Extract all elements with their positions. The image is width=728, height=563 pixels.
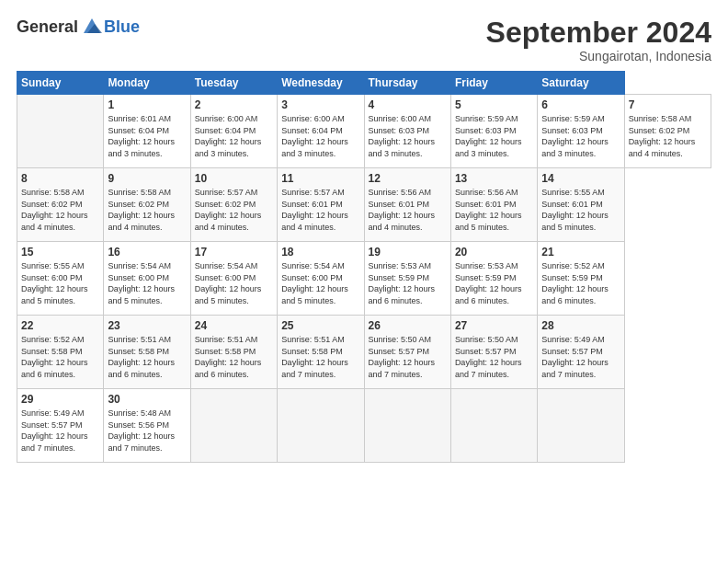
day-info: Sunrise: 5:52 AM Sunset: 5:58 PM Dayligh…: [21, 334, 99, 380]
calendar-cell: [364, 389, 450, 463]
day-number: 21: [541, 246, 620, 259]
calendar-cell: [538, 389, 624, 463]
day-info: Sunrise: 5:56 AM Sunset: 6:01 PM Dayligh…: [455, 187, 533, 233]
calendar-cell: 22Sunrise: 5:52 AM Sunset: 5:58 PM Dayli…: [17, 316, 104, 389]
calendar-cell: 12Sunrise: 5:56 AM Sunset: 6:01 PM Dayli…: [364, 168, 450, 242]
day-number: 20: [455, 246, 533, 259]
day-info: Sunrise: 5:59 AM Sunset: 6:03 PM Dayligh…: [541, 113, 620, 159]
day-number: 27: [455, 319, 533, 332]
calendar-cell: 11Sunrise: 5:57 AM Sunset: 6:01 PM Dayli…: [278, 168, 364, 242]
calendar-cell: 30Sunrise: 5:48 AM Sunset: 5:56 PM Dayli…: [104, 389, 190, 463]
day-info: Sunrise: 5:58 AM Sunset: 6:02 PM Dayligh…: [21, 187, 99, 233]
calendar-cell: 27Sunrise: 5:50 AM Sunset: 5:57 PM Dayli…: [450, 316, 537, 389]
title-block: September 2024 Sungairotan, Indonesia: [486, 17, 711, 63]
calendar-cell: 24Sunrise: 5:51 AM Sunset: 5:58 PM Dayli…: [190, 316, 277, 389]
day-info: Sunrise: 5:49 AM Sunset: 5:57 PM Dayligh…: [21, 408, 99, 454]
calendar-header-thursday: Thursday: [364, 72, 450, 95]
calendar-cell: 15Sunrise: 5:55 AM Sunset: 6:00 PM Dayli…: [17, 242, 104, 316]
calendar-cell: 20Sunrise: 5:53 AM Sunset: 5:59 PM Dayli…: [450, 242, 537, 316]
day-info: Sunrise: 6:01 AM Sunset: 6:04 PM Dayligh…: [108, 113, 186, 159]
day-number: 11: [281, 172, 359, 185]
day-number: 9: [108, 172, 186, 185]
day-number: 6: [541, 98, 620, 111]
subtitle: Sungairotan, Indonesia: [486, 49, 711, 63]
calendar-cell: [17, 95, 104, 168]
calendar-cell: 9Sunrise: 5:58 AM Sunset: 6:02 PM Daylig…: [104, 168, 190, 242]
day-info: Sunrise: 5:53 AM Sunset: 5:59 PM Dayligh…: [369, 260, 447, 306]
day-number: 3: [281, 98, 359, 111]
day-info: Sunrise: 5:54 AM Sunset: 6:00 PM Dayligh…: [281, 260, 359, 306]
day-number: 25: [281, 319, 359, 332]
month-title: September 2024: [486, 17, 711, 49]
calendar-week-row: 22Sunrise: 5:52 AM Sunset: 5:58 PM Dayli…: [17, 316, 711, 389]
day-number: 13: [455, 172, 533, 185]
calendar-cell: 4Sunrise: 6:00 AM Sunset: 6:03 PM Daylig…: [364, 95, 450, 168]
calendar-cell: 3Sunrise: 6:00 AM Sunset: 6:04 PM Daylig…: [278, 95, 364, 168]
calendar-cell: 26Sunrise: 5:50 AM Sunset: 5:57 PM Dayli…: [364, 316, 450, 389]
calendar-cell: 14Sunrise: 5:55 AM Sunset: 6:01 PM Dayli…: [538, 168, 624, 242]
day-info: Sunrise: 5:49 AM Sunset: 5:57 PM Dayligh…: [541, 334, 620, 380]
header: General Blue September 2024 Sungairotan,…: [17, 17, 711, 63]
day-number: 8: [21, 172, 99, 185]
calendar-week-row: 8Sunrise: 5:58 AM Sunset: 6:02 PM Daylig…: [17, 168, 711, 242]
day-number: 10: [195, 172, 273, 185]
calendar-cell: 13Sunrise: 5:56 AM Sunset: 6:01 PM Dayli…: [450, 168, 537, 242]
day-info: Sunrise: 5:57 AM Sunset: 6:01 PM Dayligh…: [281, 187, 359, 233]
day-info: Sunrise: 5:54 AM Sunset: 6:00 PM Dayligh…: [108, 260, 186, 306]
calendar-cell: 28Sunrise: 5:49 AM Sunset: 5:57 PM Dayli…: [538, 316, 624, 389]
calendar-cell: 1Sunrise: 6:01 AM Sunset: 6:04 PM Daylig…: [104, 95, 190, 168]
calendar-cell: 29Sunrise: 5:49 AM Sunset: 5:57 PM Dayli…: [17, 389, 104, 463]
calendar-header-monday: Monday: [104, 72, 190, 95]
day-number: 7: [629, 98, 707, 111]
calendar-cell: 17Sunrise: 5:54 AM Sunset: 6:00 PM Dayli…: [190, 242, 277, 316]
day-number: 24: [195, 319, 273, 332]
calendar-cell: [450, 389, 537, 463]
day-number: 26: [369, 319, 447, 332]
calendar-cell: 2Sunrise: 6:00 AM Sunset: 6:04 PM Daylig…: [190, 95, 277, 168]
day-info: Sunrise: 6:00 AM Sunset: 6:04 PM Dayligh…: [281, 113, 359, 159]
calendar-cell: 5Sunrise: 5:59 AM Sunset: 6:03 PM Daylig…: [450, 95, 537, 168]
calendar-cell: 7Sunrise: 5:58 AM Sunset: 6:02 PM Daylig…: [624, 95, 711, 168]
day-number: 16: [108, 246, 186, 259]
day-info: Sunrise: 5:58 AM Sunset: 6:02 PM Dayligh…: [108, 187, 186, 233]
logo: General Blue: [17, 17, 140, 37]
calendar-header-saturday: Saturday: [538, 72, 624, 95]
calendar-cell: 19Sunrise: 5:53 AM Sunset: 5:59 PM Dayli…: [364, 242, 450, 316]
day-number: 4: [369, 98, 447, 111]
day-info: Sunrise: 5:51 AM Sunset: 5:58 PM Dayligh…: [108, 334, 186, 380]
calendar-cell: 10Sunrise: 5:57 AM Sunset: 6:02 PM Dayli…: [190, 168, 277, 242]
day-info: Sunrise: 5:52 AM Sunset: 5:59 PM Dayligh…: [541, 260, 620, 306]
day-number: 23: [108, 319, 186, 332]
day-number: 29: [21, 393, 99, 406]
day-number: 19: [369, 246, 447, 259]
day-info: Sunrise: 5:57 AM Sunset: 6:02 PM Dayligh…: [195, 187, 273, 233]
calendar-cell: 21Sunrise: 5:52 AM Sunset: 5:59 PM Dayli…: [538, 242, 624, 316]
calendar-header-wednesday: Wednesday: [278, 72, 364, 95]
day-info: Sunrise: 5:55 AM Sunset: 6:01 PM Dayligh…: [541, 187, 620, 233]
day-number: 22: [21, 319, 99, 332]
calendar-table: SundayMondayTuesdayWednesdayThursdayFrid…: [17, 71, 711, 463]
day-info: Sunrise: 5:55 AM Sunset: 6:00 PM Dayligh…: [21, 260, 99, 306]
day-number: 17: [195, 246, 273, 259]
calendar-week-row: 29Sunrise: 5:49 AM Sunset: 5:57 PM Dayli…: [17, 389, 711, 463]
day-number: 15: [21, 246, 99, 259]
day-number: 30: [108, 393, 186, 406]
day-info: Sunrise: 5:54 AM Sunset: 6:00 PM Dayligh…: [195, 260, 273, 306]
day-info: Sunrise: 5:59 AM Sunset: 6:03 PM Dayligh…: [455, 113, 533, 159]
day-number: 12: [369, 172, 447, 185]
logo-blue-text: Blue: [104, 17, 140, 37]
day-info: Sunrise: 5:50 AM Sunset: 5:57 PM Dayligh…: [369, 334, 447, 380]
day-number: 14: [541, 172, 620, 185]
calendar-cell: 23Sunrise: 5:51 AM Sunset: 5:58 PM Dayli…: [104, 316, 190, 389]
calendar-header-friday: Friday: [450, 72, 537, 95]
day-info: Sunrise: 6:00 AM Sunset: 6:03 PM Dayligh…: [369, 113, 447, 159]
logo-general-text: General: [17, 17, 78, 37]
calendar-cell: [278, 389, 364, 463]
calendar-week-row: 1Sunrise: 6:01 AM Sunset: 6:04 PM Daylig…: [17, 95, 711, 168]
day-info: Sunrise: 6:00 AM Sunset: 6:04 PM Dayligh…: [195, 113, 273, 159]
calendar-header-row: SundayMondayTuesdayWednesdayThursdayFrid…: [17, 72, 711, 95]
logo-icon: [82, 17, 102, 37]
calendar-week-row: 15Sunrise: 5:55 AM Sunset: 6:00 PM Dayli…: [17, 242, 711, 316]
day-info: Sunrise: 5:51 AM Sunset: 5:58 PM Dayligh…: [281, 334, 359, 380]
day-number: 28: [541, 319, 620, 332]
